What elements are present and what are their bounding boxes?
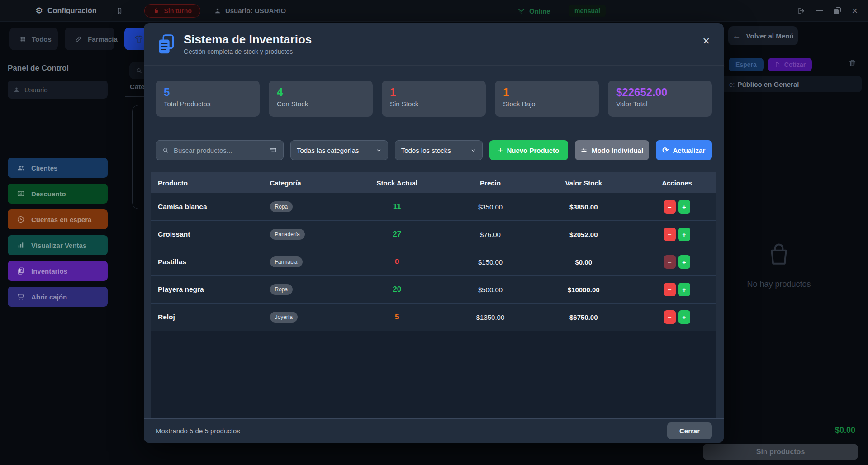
stat-value: 4 xyxy=(277,86,365,98)
sidebar-button-label: Abrir cajón xyxy=(31,293,67,301)
stat-value: 1 xyxy=(503,86,591,98)
sliders-icon xyxy=(580,147,588,154)
sidebar-button-label: Inventarios xyxy=(31,267,67,275)
category-badge: Panadería xyxy=(270,229,305,240)
new-product-button[interactable]: + Nuevo Producto xyxy=(489,140,568,160)
table-header-row: Producto Categoría Stock Actual Precio V… xyxy=(151,172,716,193)
category-badge: Joyería xyxy=(270,312,298,323)
sidebar-button-label: Descuento xyxy=(31,190,66,198)
increase-stock-button[interactable]: + xyxy=(678,200,690,214)
app-window: ⚙ Configuración Sin turno Usuario: USUAR… xyxy=(0,0,868,465)
stock-value-total: $2052.00 xyxy=(530,231,638,238)
new-product-label: Nuevo Producto xyxy=(507,147,559,154)
shift-status-badge[interactable]: Sin turno xyxy=(144,4,200,18)
stat-con-stock: 4 Con Stock xyxy=(269,81,373,117)
logout-icon[interactable] xyxy=(797,7,805,15)
product-name: Reloj xyxy=(151,313,270,321)
sidebar-button-visualizar-ventas[interactable]: Visualizar Ventas xyxy=(8,235,108,255)
close-window-icon[interactable]: ✕ xyxy=(852,7,858,15)
stat-value: $22652.00 xyxy=(616,86,704,98)
category-cell: Ropa xyxy=(270,284,344,295)
modal-header: Sistema de Inventarios Gestión completa … xyxy=(144,23,724,66)
stock-filter-value: Todos los stocks xyxy=(401,147,451,154)
individual-mode-label: Modo Individual xyxy=(592,147,643,154)
price-value: $76.00 xyxy=(451,231,530,238)
sidebar-button-label: Clientes xyxy=(31,164,57,172)
sidebar-button-descuento[interactable]: Descuento xyxy=(8,184,108,204)
checkout-button[interactable]: Sin productos xyxy=(703,444,858,460)
document-icon xyxy=(774,62,781,68)
clock-icon xyxy=(17,215,25,223)
keyboard-icon[interactable] xyxy=(269,147,277,154)
trash-icon[interactable] xyxy=(848,58,857,67)
close-modal-icon[interactable]: ✕ xyxy=(702,36,710,47)
total-divider xyxy=(715,422,862,422)
stat-label: Sin Stock xyxy=(390,100,478,108)
search-input[interactable] xyxy=(174,147,264,154)
plan-badge: mensual xyxy=(569,5,606,17)
users-icon xyxy=(17,164,25,172)
tab-farmacia[interactable]: Farmacia xyxy=(65,28,114,50)
cart-icon xyxy=(17,293,25,301)
maximize-icon[interactable] xyxy=(834,7,841,14)
increase-stock-button[interactable]: + xyxy=(678,283,690,296)
shift-status-label: Sin turno xyxy=(164,7,191,14)
category-badge: Ropa xyxy=(270,201,293,212)
cart-empty-state: No hay productos xyxy=(725,240,833,289)
refresh-button[interactable]: ⟳ Actualizar xyxy=(656,140,712,160)
decrease-stock-button[interactable]: − xyxy=(664,200,676,214)
wifi-icon xyxy=(517,7,526,14)
price-value: $150.00 xyxy=(451,258,530,266)
user-search-field[interactable] xyxy=(8,81,108,99)
stock-value: 11 xyxy=(343,202,451,211)
sidebar-button-label: Cuentas en espera xyxy=(31,216,91,223)
product-search-field[interactable] xyxy=(156,140,284,160)
category-cell: Panadería xyxy=(270,229,344,240)
tab-todos[interactable]: Todos xyxy=(9,28,58,50)
espera-button[interactable]: Espera xyxy=(729,58,764,71)
decrease-stock-button[interactable]: − xyxy=(664,283,676,296)
sidebar-button-abrir-cajon[interactable]: Abrir cajón xyxy=(8,287,108,307)
decrease-stock-button[interactable]: − xyxy=(664,255,676,269)
sidebar-button-clientes[interactable]: Clientes xyxy=(8,158,108,178)
price-value: $500.00 xyxy=(451,286,530,294)
row-actions: − + xyxy=(637,200,716,214)
stock-value-total: $0.00 xyxy=(530,258,638,266)
bar-chart-icon xyxy=(17,241,25,249)
category-cell: Farmacia xyxy=(270,256,344,267)
cotizar-button[interactable]: Cotizar xyxy=(768,58,812,71)
table-row: Camisa blanca Ropa 11 $350.00 $3850.00 −… xyxy=(151,193,716,221)
increase-stock-button[interactable]: + xyxy=(678,255,690,269)
tab-farmacia-label: Farmacia xyxy=(88,35,118,43)
stock-value: 5 xyxy=(343,313,451,322)
sidebar-button-cuentas-espera[interactable]: Cuentas en espera xyxy=(8,209,108,229)
tab-todos-label: Todos xyxy=(32,35,52,43)
phone-icon[interactable] xyxy=(115,6,123,15)
refresh-label: Actualizar xyxy=(673,147,706,154)
increase-stock-button[interactable]: + xyxy=(678,310,690,324)
minimize-icon[interactable] xyxy=(816,10,823,11)
user-info: Usuario: USUARIO xyxy=(214,7,286,14)
individual-mode-button[interactable]: Modo Individual xyxy=(575,140,649,160)
decrease-stock-button[interactable]: − xyxy=(664,310,676,324)
back-to-menu-button[interactable]: ← Volver al Menú xyxy=(728,26,798,45)
increase-stock-button[interactable]: + xyxy=(678,228,690,241)
close-modal-button[interactable]: Cerrar xyxy=(667,422,712,439)
top-bar: ⚙ Configuración Sin turno Usuario: USUAR… xyxy=(0,0,868,22)
shirt-icon xyxy=(134,34,143,43)
table-row: Croissant Panadería 27 $76.00 $2052.00 −… xyxy=(151,221,716,248)
column-header: Precio xyxy=(451,179,530,187)
stock-filter-select[interactable]: Todos los stocks xyxy=(395,140,483,160)
user-input[interactable] xyxy=(24,86,102,94)
decrease-stock-button[interactable]: − xyxy=(664,228,676,241)
product-name: Camisa blanca xyxy=(151,203,270,211)
category-badge: Farmacia xyxy=(270,256,303,267)
sidebar-title: Panel de Control xyxy=(8,64,115,73)
discount-icon xyxy=(17,190,25,198)
modal-body: 5 Total Productos 4 Con Stock 1 Sin Stoc… xyxy=(144,66,724,418)
category-filter-select[interactable]: Todas las categorías xyxy=(290,140,388,160)
column-header: Stock Actual xyxy=(343,179,451,187)
stat-stock-bajo: 1 Stock Bajo xyxy=(495,81,599,117)
sidebar-button-inventarios[interactable]: Inventarios xyxy=(8,261,108,281)
grid-icon xyxy=(19,36,26,43)
